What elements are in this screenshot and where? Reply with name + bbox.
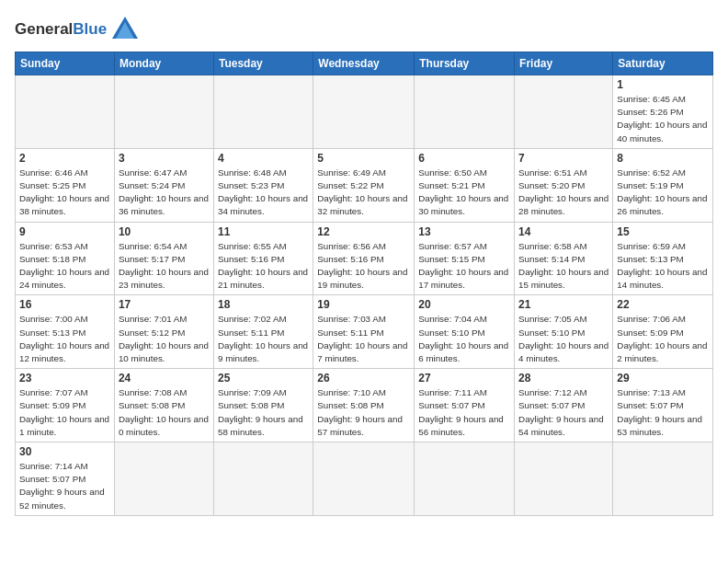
weekday-header-thursday: Thursday (415, 52, 515, 75)
day-number: 5 (317, 152, 410, 165)
day-info: Sunrise: 6:45 AM Sunset: 5:26 PM Dayligh… (617, 93, 709, 145)
day-number: 4 (218, 152, 309, 165)
page: GeneralBlue SundayMondayTuesdayWednesday… (0, 0, 728, 525)
day-number: 6 (418, 152, 510, 165)
day-number: 27 (418, 372, 510, 385)
calendar-cell-5-6 (613, 442, 713, 516)
calendar-cell-2-4: 13Sunrise: 6:57 AM Sunset: 5:15 PM Dayli… (415, 222, 515, 295)
day-info: Sunrise: 7:02 AM Sunset: 5:11 PM Dayligh… (218, 313, 309, 365)
weekday-header-row: SundayMondayTuesdayWednesdayThursdayFrid… (16, 52, 713, 75)
calendar-cell-1-4: 6Sunrise: 6:50 AM Sunset: 5:21 PM Daylig… (415, 148, 515, 222)
day-number: 1 (617, 78, 709, 91)
calendar-cell-1-6: 8Sunrise: 6:52 AM Sunset: 5:19 PM Daylig… (613, 148, 713, 222)
day-number: 24 (119, 372, 210, 385)
logo-general: General (15, 20, 73, 38)
day-info: Sunrise: 7:13 AM Sunset: 5:07 PM Dayligh… (617, 386, 709, 439)
calendar-cell-3-4: 20Sunrise: 7:04 AM Sunset: 5:10 PM Dayli… (415, 295, 515, 369)
day-info: Sunrise: 6:55 AM Sunset: 5:16 PM Dayligh… (218, 240, 309, 293)
week-row-3: 16Sunrise: 7:00 AM Sunset: 5:13 PM Dayli… (16, 295, 713, 369)
day-info: Sunrise: 7:01 AM Sunset: 5:12 PM Dayligh… (119, 313, 210, 365)
day-number: 30 (19, 445, 110, 458)
day-info: Sunrise: 7:00 AM Sunset: 5:13 PM Dayligh… (19, 313, 110, 365)
day-info: Sunrise: 7:08 AM Sunset: 5:08 PM Dayligh… (119, 386, 210, 439)
calendar-cell-0-5 (515, 75, 613, 149)
day-number: 9 (19, 225, 110, 238)
calendar-cell-5-3 (313, 442, 415, 516)
calendar-cell-4-2: 25Sunrise: 7:09 AM Sunset: 5:08 PM Dayli… (214, 369, 313, 442)
day-number: 22 (617, 298, 709, 311)
calendar-cell-1-3: 5Sunrise: 6:49 AM Sunset: 5:22 PM Daylig… (313, 148, 415, 222)
calendar-cell-1-1: 3Sunrise: 6:47 AM Sunset: 5:24 PM Daylig… (114, 148, 213, 222)
weekday-header-sunday: Sunday (16, 52, 115, 75)
header-area: GeneralBlue (15, 9, 713, 46)
day-info: Sunrise: 7:12 AM Sunset: 5:07 PM Dayligh… (518, 386, 609, 439)
day-number: 21 (518, 298, 609, 311)
calendar-cell-2-6: 15Sunrise: 6:59 AM Sunset: 5:13 PM Dayli… (613, 222, 713, 295)
weekday-header-tuesday: Tuesday (214, 52, 313, 75)
week-row-0: 1Sunrise: 6:45 AM Sunset: 5:26 PM Daylig… (16, 75, 713, 149)
day-number: 19 (317, 298, 410, 311)
day-info: Sunrise: 6:50 AM Sunset: 5:21 PM Dayligh… (418, 167, 510, 219)
calendar-cell-0-2 (214, 75, 313, 149)
calendar-cell-0-1 (114, 75, 213, 149)
day-info: Sunrise: 6:56 AM Sunset: 5:16 PM Dayligh… (317, 240, 410, 293)
day-info: Sunrise: 6:51 AM Sunset: 5:20 PM Dayligh… (518, 167, 609, 219)
week-row-2: 9Sunrise: 6:53 AM Sunset: 5:18 PM Daylig… (16, 222, 713, 295)
day-info: Sunrise: 6:47 AM Sunset: 5:24 PM Dayligh… (119, 167, 210, 219)
day-number: 18 (218, 298, 309, 311)
calendar-cell-5-5 (515, 442, 613, 516)
calendar-cell-3-3: 19Sunrise: 7:03 AM Sunset: 5:11 PM Dayli… (313, 295, 415, 369)
day-number: 17 (119, 298, 210, 311)
day-number: 15 (617, 225, 709, 238)
day-number: 25 (218, 372, 309, 385)
day-info: Sunrise: 7:03 AM Sunset: 5:11 PM Dayligh… (317, 313, 410, 365)
day-number: 7 (518, 152, 609, 165)
calendar-cell-2-2: 11Sunrise: 6:55 AM Sunset: 5:16 PM Dayli… (214, 222, 313, 295)
calendar-cell-5-0: 30Sunrise: 7:14 AM Sunset: 5:07 PM Dayli… (16, 442, 115, 516)
week-row-4: 23Sunrise: 7:07 AM Sunset: 5:09 PM Dayli… (16, 369, 713, 442)
weekday-header-friday: Friday (515, 52, 613, 75)
day-info: Sunrise: 6:53 AM Sunset: 5:18 PM Dayligh… (19, 240, 110, 293)
day-info: Sunrise: 7:09 AM Sunset: 5:08 PM Dayligh… (218, 386, 309, 439)
day-info: Sunrise: 6:46 AM Sunset: 5:25 PM Dayligh… (19, 167, 110, 219)
calendar-cell-0-4 (415, 75, 515, 149)
day-info: Sunrise: 6:58 AM Sunset: 5:14 PM Dayligh… (518, 240, 609, 293)
day-info: Sunrise: 6:59 AM Sunset: 5:13 PM Dayligh… (617, 240, 709, 293)
calendar-cell-1-0: 2Sunrise: 6:46 AM Sunset: 5:25 PM Daylig… (16, 148, 115, 222)
day-number: 29 (617, 372, 709, 385)
day-number: 23 (19, 372, 110, 385)
calendar-cell-3-1: 17Sunrise: 7:01 AM Sunset: 5:12 PM Dayli… (114, 295, 213, 369)
day-info: Sunrise: 6:49 AM Sunset: 5:22 PM Dayligh… (317, 167, 410, 219)
calendar-cell-4-6: 29Sunrise: 7:13 AM Sunset: 5:07 PM Dayli… (613, 369, 713, 442)
calendar-cell-3-5: 21Sunrise: 7:05 AM Sunset: 5:10 PM Dayli… (515, 295, 613, 369)
calendar-cell-4-0: 23Sunrise: 7:07 AM Sunset: 5:09 PM Dayli… (16, 369, 115, 442)
day-info: Sunrise: 7:14 AM Sunset: 5:07 PM Dayligh… (19, 460, 110, 512)
calendar-cell-3-2: 18Sunrise: 7:02 AM Sunset: 5:11 PM Dayli… (214, 295, 313, 369)
calendar-cell-4-5: 28Sunrise: 7:12 AM Sunset: 5:07 PM Dayli… (515, 369, 613, 442)
day-info: Sunrise: 6:52 AM Sunset: 5:19 PM Dayligh… (617, 167, 709, 219)
calendar-cell-2-3: 12Sunrise: 6:56 AM Sunset: 5:16 PM Dayli… (313, 222, 415, 295)
day-number: 11 (218, 225, 309, 238)
weekday-header-monday: Monday (114, 52, 213, 75)
calendar-cell-4-3: 26Sunrise: 7:10 AM Sunset: 5:08 PM Dayli… (313, 369, 415, 442)
day-number: 16 (19, 298, 110, 311)
calendar-cell-0-6: 1Sunrise: 6:45 AM Sunset: 5:26 PM Daylig… (613, 75, 713, 149)
calendar-cell-5-4 (415, 442, 515, 516)
calendar-cell-2-1: 10Sunrise: 6:54 AM Sunset: 5:17 PM Dayli… (114, 222, 213, 295)
calendar-table: SundayMondayTuesdayWednesdayThursdayFrid… (15, 52, 713, 516)
calendar-cell-3-6: 22Sunrise: 7:06 AM Sunset: 5:09 PM Dayli… (613, 295, 713, 369)
day-info: Sunrise: 7:06 AM Sunset: 5:09 PM Dayligh… (617, 313, 709, 365)
day-number: 14 (518, 225, 609, 238)
calendar-cell-2-5: 14Sunrise: 6:58 AM Sunset: 5:14 PM Dayli… (515, 222, 613, 295)
day-number: 2 (19, 152, 110, 165)
day-number: 12 (317, 225, 410, 238)
week-row-1: 2Sunrise: 6:46 AM Sunset: 5:25 PM Daylig… (16, 148, 713, 222)
calendar-cell-4-4: 27Sunrise: 7:11 AM Sunset: 5:07 PM Dayli… (415, 369, 515, 442)
day-info: Sunrise: 7:04 AM Sunset: 5:10 PM Dayligh… (418, 313, 510, 365)
calendar-cell-0-3 (313, 75, 415, 149)
day-info: Sunrise: 6:48 AM Sunset: 5:23 PM Dayligh… (218, 167, 309, 219)
day-number: 13 (418, 225, 510, 238)
day-info: Sunrise: 6:54 AM Sunset: 5:17 PM Dayligh… (119, 240, 210, 293)
weekday-header-saturday: Saturday (613, 52, 713, 75)
calendar-cell-2-0: 9Sunrise: 6:53 AM Sunset: 5:18 PM Daylig… (16, 222, 115, 295)
